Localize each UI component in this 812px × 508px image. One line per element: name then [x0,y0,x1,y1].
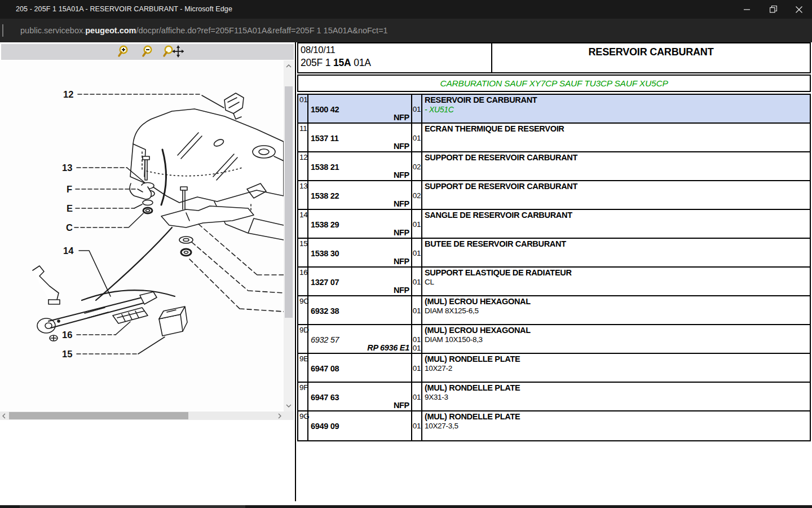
ref-value: 13 [299,182,307,190]
part-number: 1538 30 [311,249,339,258]
variant-text: CARBURATION SAUF XY7CP SAUF TU3CP SAUF X… [440,78,668,89]
ref-part-b: 15A [333,57,351,68]
description-line1: BUTEE DE RESERVOIR CARBURANT [425,239,566,248]
diagram-horizontal-scrollbar[interactable] [0,411,284,420]
diagram-label-14: 14 [63,246,74,256]
url-prefix: public.servicebox. [20,26,85,35]
pane-divider [295,42,296,501]
table-row: 15 1538 30 NFP 01 BUTEE DE RESERVOIR CAR… [298,239,810,268]
description-line1: (MUL) ECROU HEXAGONAL [425,297,531,306]
document-reference: 205F 1 15A 01A [301,57,491,69]
description-line2: CL [425,278,434,286]
zoom-out-button[interactable] [140,45,157,59]
description-line1: RESERVOIR DE CARBURANT [425,95,537,104]
window-bottom-scrollbar[interactable] [0,505,812,508]
diagram-label-E: E [67,203,73,213]
chevron-right-icon [278,413,281,419]
parts-diagram: 12 13 F E C 14 16 15 [0,60,284,410]
description-line1: SUPPORT DE RESERVOIR CARBURANT [425,182,577,191]
qty-cell: 01 [412,124,422,151]
description-cell: RESERVOIR DE CARBURANT - XU51C [422,95,810,122]
zoom-in-magnifier-icon [117,45,131,58]
description-line2: - XU51C [425,105,454,114]
ref-cell: 11 [298,124,308,151]
url-path: /docpr/affiche.do?ref=205F115A01A&refaff… [136,26,387,35]
description-line2: DIAM 10X150-8,3 [425,335,483,344]
close-button[interactable] [786,0,812,19]
description-cell: SUPPORT ELASTIQUE DE RADIATEUR CL [422,268,810,295]
table-row: 14 1538 29 NFP 01 SANGLE DE RESERVOIR CA… [298,210,810,239]
part-number-cell: 6947 63 NFP [308,383,412,410]
chevron-up-icon [286,64,292,68]
zoom-pan-button[interactable] [162,45,184,59]
qty-value: 01 [413,220,421,229]
qty-value: 02 [413,163,421,171]
nfp-badge: NFP [394,142,409,151]
scroll-left-button[interactable] [0,411,8,420]
description-line1: ECRAN THERMIQUE DE RESERVOIR [425,124,564,133]
table-row: 9E 6947 08 01 (MUL) RONDELLE PLATE 10X27… [298,354,810,383]
diagram-vertical-scrollbar[interactable] [284,60,294,411]
qty-cell: 02 [412,152,422,180]
ref-cell: 13 [298,181,308,209]
part-number-cell: 6932 57 RP 6936 E1 [308,325,412,353]
variant-banner: CARBURATION SAUF XY7CP SAUF TU3CP SAUF X… [297,75,811,92]
page-content: 12 13 F E C 14 16 15 [0,42,812,505]
horizontal-scrollbar-thumb[interactable] [9,412,188,419]
part-number: 1538 21 [311,163,339,172]
qty-value: 01 [413,278,421,286]
description-cell: SUPPORT DE RESERVOIR CARBURANT [422,181,810,209]
description-line1: (MUL) RONDELLE PLATE [425,383,520,392]
diagram-toolbar [1,44,294,60]
table-row: 11 1537 11 NFP 01 ECRAN THERMIQUE DE RES… [298,124,810,152]
description-line1: SUPPORT ELASTIQUE DE RADIATEUR [425,268,572,277]
part-number-cell: 1327 07 NFP [308,268,412,295]
ref-cell: 9G [298,411,308,440]
window-controls [734,0,812,19]
minimize-button[interactable] [734,0,760,19]
description-cell: SUPPORT DE RESERVOIR CARBURANT [422,152,810,180]
ref-cell: 9E [298,354,308,382]
part-number: 6932 38 [311,306,339,316]
pan-magnifier-icon [162,45,184,58]
description-cell: (MUL) RONDELLE PLATE 10X27-3,5 [422,411,810,440]
description-line2: 9X31-3 [425,393,448,401]
table-row: 13 1538 22 NFP 02 SUPPORT DE RESERVOIR C… [298,181,810,210]
part-number-cell: 6947 08 [308,354,412,382]
description-line1: (MUL) RONDELLE PLATE [425,412,520,421]
nfp-badge: NFP [394,286,409,295]
description-line2: DIAM 8X125-6,5 [425,306,479,315]
bottom-scrollbar-thumb[interactable] [20,505,245,508]
vertical-scrollbar-thumb[interactable] [285,86,293,318]
tank-body [130,109,284,203]
ref-value: 16 [299,268,307,277]
qty-value: 01 [413,393,421,401]
ref-value: 14 [299,211,307,219]
ref-cell: 01 [298,95,308,122]
ref-cell: 9F [298,383,308,410]
scroll-down-button[interactable] [284,401,294,410]
table-row: 16 1327 07 NFP 01 SUPPORT ELASTIQUE DE R… [298,268,810,296]
table-row: 9C 6932 38 01 (MUL) ECROU HEXAGONAL DIAM… [298,296,810,325]
zoom-in-button[interactable] [116,45,133,59]
part-number: 6947 08 [311,364,339,373]
address-bar[interactable]: public.servicebox.peugeot.com/docpr/affi… [0,19,812,42]
restore-button[interactable] [760,0,786,19]
qty-value: 01 [413,249,421,257]
part-number: 1538 22 [311,191,339,200]
diagram-label-F: F [67,184,72,194]
ref-value: 9C [299,297,309,305]
scroll-up-button[interactable] [284,62,294,71]
ref-part-a: 205F 1 [301,57,333,68]
ref-value: 01 [299,95,307,104]
qty-value: 01 [413,364,421,373]
ref-cell: 15 [298,239,308,266]
ref-cell: 14 [298,210,308,238]
ref-value: 9E [299,354,308,363]
qty-cell: 01 [412,411,422,440]
nfp-badge: NFP [394,170,409,179]
qty-cell: 01 [412,95,422,122]
scroll-right-button[interactable] [276,411,284,420]
part-number: 6947 63 [311,393,339,402]
qty-cell: 01 [412,210,422,238]
